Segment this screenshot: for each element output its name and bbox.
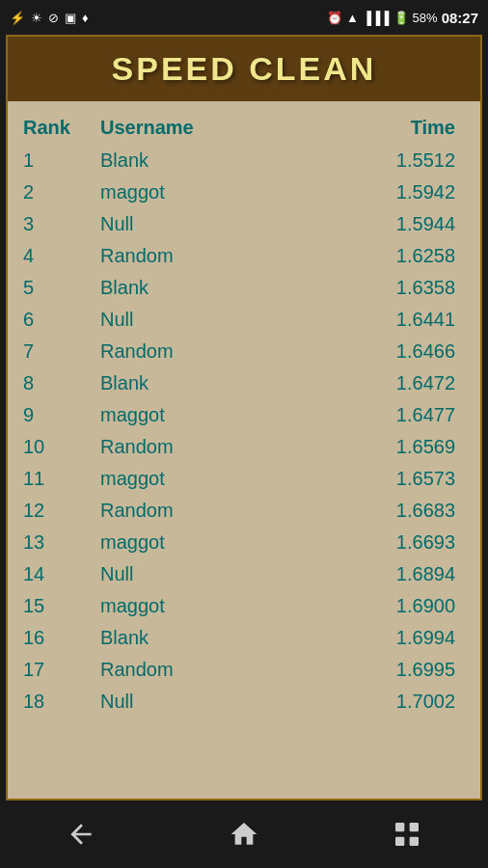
cell-rank: 3	[14, 208, 91, 240]
cell-rank: 10	[14, 431, 91, 463]
usb-icon: ⚡	[10, 11, 25, 25]
svg-rect-0	[395, 823, 404, 831]
recents-icon	[392, 819, 422, 850]
status-icons-right: ⏰ ▲ ▐▐▐ 🔋 58% 08:27	[327, 10, 478, 26]
image-icon: ▣	[65, 11, 76, 25]
col-username: Username	[91, 111, 284, 145]
cell-username: Random	[91, 240, 284, 272]
cell-time: 1.6258	[284, 240, 474, 272]
cell-username: Blank	[91, 272, 284, 304]
home-icon	[229, 819, 259, 850]
cell-username: Random	[91, 431, 284, 463]
cell-username: maggot	[91, 176, 284, 208]
cell-rank: 13	[14, 527, 91, 558]
status-bar: ⚡ ☀ ⊘ ▣ ♦ ⏰ ▲ ▐▐▐ 🔋 58% 08:27	[0, 0, 488, 35]
svg-rect-2	[409, 837, 418, 846]
cell-rank: 9	[14, 399, 91, 431]
cell-time: 1.6466	[284, 336, 474, 367]
cell-username: maggot	[91, 463, 284, 495]
cell-username: Random	[91, 495, 284, 527]
table-row: 3Null1.5944	[14, 208, 474, 240]
table-row: 13maggot1.6693	[14, 527, 474, 558]
table-row: 16Blank1.6994	[14, 622, 474, 654]
cell-rank: 16	[14, 622, 91, 654]
cell-time: 1.5944	[284, 208, 474, 240]
leaderboard-table-container[interactable]: Rank Username Time 1Blank1.55122maggot1.…	[8, 101, 480, 799]
table-row: 14Null1.6894	[14, 558, 474, 590]
cell-rank: 17	[14, 654, 91, 686]
col-rank: Rank	[14, 111, 91, 145]
status-time: 08:27	[442, 10, 478, 26]
cell-time: 1.6693	[284, 527, 474, 558]
app-container: SPEED CLEAN Rank Username Time 1Blank1.5…	[6, 35, 482, 800]
cell-rank: 5	[14, 272, 91, 304]
cell-rank: 2	[14, 176, 91, 208]
brightness-icon: ☀	[31, 11, 42, 25]
back-button[interactable]	[52, 810, 110, 858]
table-row: 11maggot1.6573	[14, 463, 474, 495]
cell-time: 1.7002	[284, 686, 474, 718]
table-row: 1Blank1.5512	[14, 145, 474, 176]
cell-rank: 8	[14, 367, 91, 399]
cell-username: maggot	[91, 399, 284, 431]
table-header-row: Rank Username Time	[14, 111, 474, 145]
cell-username: Random	[91, 336, 284, 367]
table-row: 10Random1.6569	[14, 431, 474, 463]
table-row: 18Null1.7002	[14, 686, 474, 718]
table-row: 6Null1.6441	[14, 304, 474, 336]
svg-rect-1	[409, 823, 418, 831]
nosim-icon: ⊘	[48, 11, 59, 25]
alarm-icon: ⏰	[327, 11, 342, 25]
table-row: 5Blank1.6358	[14, 272, 474, 304]
cell-username: Blank	[91, 145, 284, 176]
status-icons-left: ⚡ ☀ ⊘ ▣ ♦	[10, 11, 89, 25]
battery-level: 58%	[413, 11, 438, 25]
cell-username: maggot	[91, 590, 284, 622]
cell-rank: 14	[14, 558, 91, 590]
app-title: SPEED CLEAN	[112, 50, 377, 87]
android-icon: ♦	[82, 11, 89, 25]
cell-rank: 11	[14, 463, 91, 495]
cell-username: maggot	[91, 527, 284, 558]
table-row: 15maggot1.6900	[14, 590, 474, 622]
table-row: 8Blank1.6472	[14, 367, 474, 399]
cell-time: 1.6472	[284, 367, 474, 399]
cell-rank: 15	[14, 590, 91, 622]
cell-username: Null	[91, 686, 284, 718]
svg-rect-3	[395, 837, 404, 846]
cell-time: 1.6477	[284, 399, 474, 431]
cell-time: 1.6569	[284, 431, 474, 463]
cell-username: Blank	[91, 622, 284, 654]
cell-rank: 12	[14, 495, 91, 527]
cell-username: Blank	[91, 367, 284, 399]
cell-time: 1.5512	[284, 145, 474, 176]
home-button[interactable]	[215, 810, 273, 858]
cell-time: 1.6441	[284, 304, 474, 336]
battery-icon: 🔋	[393, 11, 409, 25]
leaderboard-table: Rank Username Time 1Blank1.55122maggot1.…	[14, 111, 474, 718]
table-row: 12Random1.6683	[14, 495, 474, 527]
signal-icon: ▐▐▐	[363, 11, 390, 25]
cell-time: 1.6900	[284, 590, 474, 622]
cell-rank: 1	[14, 145, 91, 176]
table-row: 2maggot1.5942	[14, 176, 474, 208]
table-row: 17Random1.6995	[14, 654, 474, 686]
cell-time: 1.6683	[284, 495, 474, 527]
cell-time: 1.6994	[284, 622, 474, 654]
cell-time: 1.5942	[284, 176, 474, 208]
cell-time: 1.6573	[284, 463, 474, 495]
cell-username: Random	[91, 654, 284, 686]
app-header: SPEED CLEAN	[8, 37, 480, 101]
cell-time: 1.6995	[284, 654, 474, 686]
cell-time: 1.6358	[284, 272, 474, 304]
cell-username: Null	[91, 558, 284, 590]
table-row: 9maggot1.6477	[14, 399, 474, 431]
table-row: 4Random1.6258	[14, 240, 474, 272]
table-row: 7Random1.6466	[14, 336, 474, 367]
cell-rank: 6	[14, 304, 91, 336]
cell-rank: 18	[14, 686, 91, 718]
col-time: Time	[284, 111, 474, 145]
wifi-icon: ▲	[346, 11, 359, 25]
bottom-nav	[0, 800, 488, 868]
recents-button[interactable]	[378, 810, 436, 858]
